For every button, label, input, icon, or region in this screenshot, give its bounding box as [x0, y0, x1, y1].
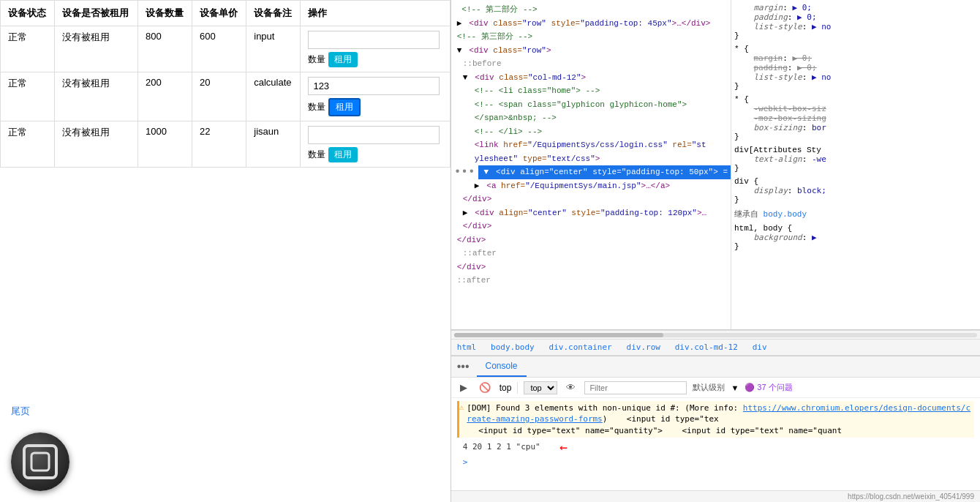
cell-note-1: input — [246, 26, 301, 72]
table-row: 正常 没有被租用 200 20 calculate 数量 租用 — [1, 72, 451, 121]
expand-arrow[interactable]: ▼ — [484, 166, 491, 179]
logo-icon — [30, 452, 50, 472]
console-output: ⚠ [DOM] Found 3 elements with non-unique… — [451, 398, 980, 490]
css-rule: div { display: block; } — [734, 177, 977, 204]
rent-button-1[interactable]: 租用 — [328, 52, 358, 67]
footer-link[interactable]: 尾页 — [11, 405, 30, 416]
breadcrumb-item-body[interactable]: body.body — [491, 342, 535, 352]
col-header-price: 设备单价 — [192, 1, 246, 26]
tree-line: <!-- 第三部分 --> — [451, 30, 731, 44]
play-button[interactable]: ▶ — [457, 381, 470, 394]
expand-arrow[interactable]: ▼ — [457, 45, 464, 57]
css-rule: * { -webkit-box-siz -moz-box-sizing box-… — [734, 95, 977, 141]
top-select[interactable]: top — [524, 381, 557, 394]
level-arrow[interactable]: ▼ — [731, 383, 739, 392]
breadcrumb-item-html[interactable]: html — [457, 342, 477, 352]
scroll-indicator-row: ••• ▼ <div align="center" style="padding… — [451, 165, 731, 179]
qty-label-3: 数量 — [308, 149, 325, 161]
tree-line: <!-- </li> --> — [451, 125, 731, 139]
qty-input-2[interactable] — [308, 77, 440, 95]
breadcrumb-item-container[interactable]: div.container — [549, 342, 612, 352]
tree-line[interactable]: ▶ <div align="center" style="padding-top… — [451, 206, 731, 220]
console-dots[interactable]: ••• — [457, 360, 470, 373]
equipment-table: 设备状态 设备是否被租用 设备数量 设备单价 设备备注 操作 正常 没有被租用 … — [0, 0, 451, 168]
logo-area — [0, 425, 451, 502]
left-panel: 设备状态 设备是否被租用 设备数量 设备单价 设备备注 操作 正常 没有被租用 … — [0, 0, 451, 502]
html-tree[interactable]: <!-- 第二部分 --> ▶ <div class="row" style="… — [451, 0, 731, 329]
footer-area: 尾页 — [0, 397, 451, 425]
expand-arrow[interactable]: ▼ — [463, 72, 470, 84]
scroll-left-btn[interactable]: ••• — [451, 165, 478, 179]
issues-badge[interactable]: 🟣 37 个问题 — [745, 382, 792, 393]
col-header-rented: 设备是否被租用 — [55, 1, 138, 26]
block-button[interactable]: 🚫 — [476, 381, 494, 394]
qty-input-3[interactable] — [308, 126, 440, 144]
qty-label-1: 数量 — [308, 53, 325, 66]
horizontal-scrollbar[interactable] — [451, 330, 980, 339]
expand-arrow[interactable]: ▶ — [475, 180, 482, 192]
tree-line: </div> — [451, 192, 731, 206]
console-numbers-line: 4 20 1 2 1 "cpu" ← — [457, 438, 974, 456]
tree-line[interactable]: ▶ <a href="/EquipmentSys/main.jsp">…</a> — [451, 179, 731, 193]
tree-line: ::after — [451, 247, 731, 261]
cell-status-2: 正常 — [1, 72, 55, 121]
cell-action-1: 数量 租用 — [301, 26, 450, 72]
breadcrumb-item-div[interactable]: div — [753, 342, 767, 352]
rent-button-3[interactable]: 租用 — [328, 147, 358, 162]
cell-price-3: 22 — [192, 121, 246, 168]
devtools-panel: <!-- 第二部分 --> ▶ <div class="row" style="… — [451, 0, 980, 502]
breadcrumb-item-row[interactable]: div.row — [627, 342, 660, 352]
table-area: 设备状态 设备是否被租用 设备数量 设备单价 设备备注 操作 正常 没有被租用 … — [0, 0, 451, 397]
rent-button-2[interactable]: 租用 — [328, 98, 361, 116]
expand-arrow[interactable]: ▶ — [457, 18, 464, 30]
scroll-track[interactable] — [454, 333, 977, 337]
tree-line: <!-- <li class="home"> --> — [451, 84, 731, 98]
cell-qty-1: 800 — [137, 26, 192, 72]
table-row: 正常 没有被租用 800 600 input 数量 租用 — [1, 26, 451, 72]
tree-line[interactable]: ▼ <div class="row"> — [451, 44, 731, 58]
css-panel: margin: ▶ 0; padding: ▶ 0; list-style: ▶… — [731, 0, 980, 329]
tree-line: <link href="/EquipmentSys/css/login.css"… — [451, 138, 731, 152]
tree-line: ylesheet" type="text/css"> — [451, 152, 731, 166]
filter-input[interactable] — [584, 381, 687, 394]
breadcrumb: html body.body div.container div.row div… — [451, 339, 980, 356]
cell-action-2: 数量 租用 — [301, 72, 450, 121]
qty-label-2: 数量 — [308, 101, 325, 113]
tree-line[interactable]: ▼ <div class="col-md-12"> — [451, 71, 731, 85]
eye-button[interactable]: 👁 — [563, 381, 578, 394]
cell-status-1: 正常 — [1, 26, 55, 72]
scroll-thumb[interactable] — [454, 333, 663, 337]
console-prompt[interactable]: > — [457, 456, 974, 468]
cell-price-2: 20 — [192, 72, 246, 121]
elements-panel: <!-- 第二部分 --> ▶ <div class="row" style="… — [451, 0, 980, 330]
qty-input-1[interactable] — [308, 31, 440, 49]
cell-rented-1: 没有被租用 — [55, 26, 138, 72]
table-row: 正常 没有被租用 1000 22 jisaun 数量 租用 — [1, 121, 451, 168]
css-rule: * { margin: ▶ 0; padding: ▶ 0; list-styl… — [734, 45, 977, 91]
tree-line[interactable]: ▶ <div class="row" style="padding-top: 4… — [451, 17, 731, 31]
console-tabs: ••• Console — [451, 356, 980, 378]
col-header-status: 设备状态 — [1, 1, 55, 26]
tree-line: </div> — [451, 233, 731, 247]
breadcrumb-item-col[interactable]: div.col-md-12 — [675, 342, 738, 352]
col-header-note: 设备备注 — [246, 1, 301, 26]
tree-line: </div> — [451, 261, 731, 274]
css-rule: div[Attributes Sty text-align: -we } — [734, 146, 977, 173]
css-rule: margin: ▶ 0; padding: ▶ 0; list-style: ▶… — [734, 3, 977, 40]
console-panel: ••• Console ▶ 🚫 top top 👁 默认级别 ▼ 🟣 37 个问… — [451, 356, 980, 502]
console-toolbar: ▶ 🚫 top top 👁 默认级别 ▼ 🟣 37 个问题 — [451, 378, 980, 398]
logo-circle — [11, 432, 69, 491]
cell-status-3: 正常 — [1, 121, 55, 168]
console-text: [DOM] Found 3 elements with non-unique i… — [467, 402, 974, 436]
tree-line: <!-- <span class="glyphicon glyphicon-ho… — [451, 98, 731, 112]
cell-rented-2: 没有被租用 — [55, 72, 138, 121]
expand-arrow[interactable]: ▶ — [463, 207, 470, 220]
tab-console[interactable]: Console — [477, 356, 527, 377]
col-header-action: 操作 — [301, 1, 450, 26]
level-label: 默认级别 — [693, 382, 725, 393]
red-arrow-icon: ← — [559, 439, 568, 454]
tree-line: <!-- 第二部分 --> — [451, 3, 731, 17]
tree-line-selected[interactable]: ▼ <div align="center" style="padding-top… — [478, 165, 731, 179]
col-header-qty: 设备数量 — [137, 1, 192, 26]
logo-inner — [23, 444, 58, 479]
